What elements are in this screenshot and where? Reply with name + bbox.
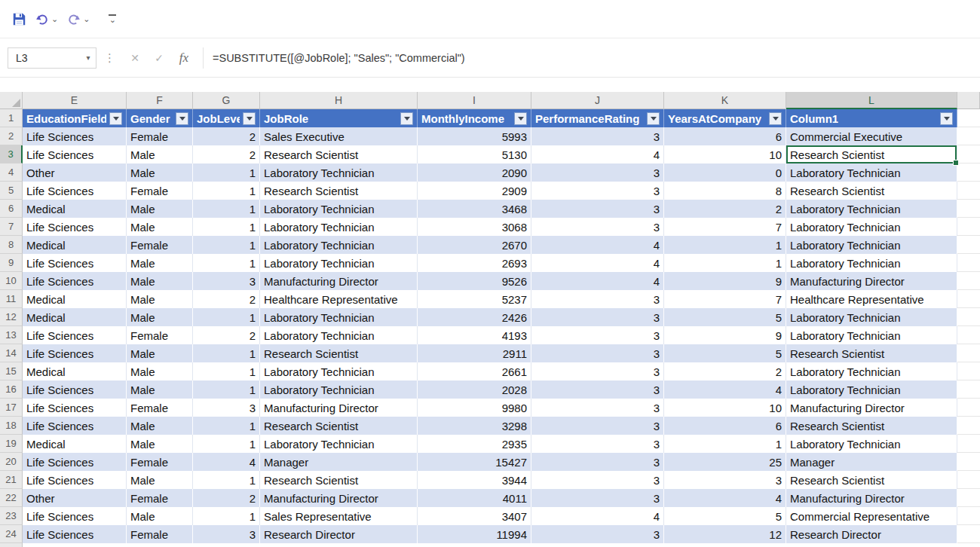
cell-I3[interactable]: 5130 bbox=[418, 145, 531, 163]
cell-L6[interactable]: Laboratory Technician bbox=[786, 200, 957, 218]
cell-F2[interactable]: Female bbox=[127, 127, 193, 145]
cell-J14[interactable]: 3 bbox=[531, 344, 664, 362]
cell-J12[interactable]: 3 bbox=[531, 308, 664, 326]
cell-I12[interactable]: 2426 bbox=[418, 308, 531, 326]
cell-K13[interactable]: 9 bbox=[664, 326, 786, 344]
enter-icon[interactable]: ✓ bbox=[147, 52, 171, 64]
cell-M17[interactable] bbox=[957, 399, 980, 417]
cell-M3[interactable] bbox=[957, 145, 980, 163]
cell-I4[interactable]: 2090 bbox=[418, 163, 531, 182]
row-header-4[interactable]: 4 bbox=[0, 163, 23, 182]
cell-M6[interactable] bbox=[957, 200, 980, 218]
cell-E14[interactable]: Life Sciences bbox=[23, 344, 127, 362]
filter-button-Gender[interactable] bbox=[176, 112, 188, 125]
cell-L5[interactable]: Research Scientist bbox=[786, 182, 957, 200]
cell-J18[interactable]: 3 bbox=[531, 417, 664, 435]
cell-J20[interactable]: 3 bbox=[531, 453, 664, 471]
cell-K5[interactable]: 8 bbox=[664, 182, 786, 200]
column-header-J[interactable]: J bbox=[531, 92, 664, 109]
cell-F24[interactable]: Female bbox=[127, 525, 193, 543]
cell-E3[interactable]: Life Sciences bbox=[23, 145, 127, 163]
cell-J23[interactable]: 4 bbox=[531, 507, 664, 525]
cell-M10[interactable] bbox=[957, 272, 980, 290]
cell-I17[interactable]: 9980 bbox=[418, 399, 531, 417]
table-header-MonthlyIncome[interactable]: MonthlyIncome bbox=[418, 109, 531, 127]
cell-G14[interactable]: 1 bbox=[193, 344, 260, 362]
table-header-JobLevel[interactable]: JobLevel bbox=[193, 109, 260, 127]
row-header-1[interactable]: 1 bbox=[0, 109, 23, 127]
cell-H9[interactable]: Laboratory Technician bbox=[260, 254, 418, 272]
cell-F3[interactable]: Male bbox=[127, 145, 193, 163]
cell-J24[interactable]: 3 bbox=[531, 525, 664, 543]
cell-G13[interactable]: 2 bbox=[193, 326, 260, 344]
row-header-10[interactable]: 10 bbox=[0, 272, 23, 290]
cell-J16[interactable]: 3 bbox=[531, 380, 664, 399]
column-header-partial[interactable] bbox=[957, 92, 980, 109]
cell-L4[interactable]: Laboratory Technician bbox=[786, 163, 957, 182]
cell-E4[interactable]: Other bbox=[23, 163, 127, 182]
cell-I18[interactable]: 3298 bbox=[418, 417, 531, 435]
cell-L16[interactable]: Laboratory Technician bbox=[786, 380, 957, 399]
cell-F15[interactable]: Male bbox=[127, 362, 193, 380]
cell-E19[interactable]: Medical bbox=[23, 435, 127, 453]
cell-M19[interactable] bbox=[957, 435, 980, 453]
table-header-Gender[interactable]: Gender bbox=[127, 109, 193, 127]
cell-J7[interactable]: 3 bbox=[531, 218, 664, 236]
cell-G9[interactable]: 1 bbox=[193, 254, 260, 272]
row-header-9[interactable]: 9 bbox=[0, 254, 23, 272]
cell-I21[interactable]: 3944 bbox=[418, 471, 531, 489]
cell-L18[interactable]: Research Scientist bbox=[786, 417, 957, 435]
cell-K17[interactable]: 10 bbox=[664, 399, 786, 417]
cell-K15[interactable]: 2 bbox=[664, 362, 786, 380]
cell-F7[interactable]: Male bbox=[127, 218, 193, 236]
filter-button-Column1[interactable] bbox=[940, 112, 953, 125]
cell-J5[interactable]: 3 bbox=[531, 182, 664, 200]
cell-J15[interactable]: 3 bbox=[531, 362, 664, 380]
cell-H5[interactable]: Research Scientist bbox=[260, 182, 418, 200]
cell-E12[interactable]: Medical bbox=[23, 308, 127, 326]
filter-button-PerformanceRating[interactable] bbox=[647, 112, 660, 125]
cell-G12[interactable]: 1 bbox=[193, 308, 260, 326]
cell-H3[interactable]: Research Scientist bbox=[260, 145, 418, 163]
cell-E13[interactable]: Life Sciences bbox=[23, 326, 127, 344]
cell-E23[interactable]: Life Sciences bbox=[23, 507, 127, 525]
cell-L19[interactable]: Laboratory Technician bbox=[786, 435, 957, 453]
insert-function-button[interactable]: fx bbox=[171, 50, 197, 66]
filter-button-JobLevel[interactable] bbox=[243, 112, 256, 125]
cell-L21[interactable]: Research Scientist bbox=[786, 471, 957, 489]
cell-F10[interactable]: Male bbox=[127, 272, 193, 290]
cell-G11[interactable]: 2 bbox=[193, 290, 260, 308]
cell-E15[interactable]: Medical bbox=[23, 362, 127, 380]
cell-F17[interactable]: Female bbox=[127, 399, 193, 417]
save-button[interactable] bbox=[8, 9, 31, 29]
cell-K16[interactable]: 4 bbox=[664, 380, 786, 399]
cell-J22[interactable]: 3 bbox=[531, 489, 664, 507]
column-header-I[interactable]: I bbox=[418, 92, 531, 109]
cell-L24[interactable]: Research Director bbox=[786, 525, 957, 543]
cell-E10[interactable]: Life Sciences bbox=[23, 272, 127, 290]
cell-J13[interactable]: 3 bbox=[531, 326, 664, 344]
cell-M23[interactable] bbox=[957, 507, 980, 525]
cell-I8[interactable]: 2670 bbox=[418, 236, 531, 254]
cell-L13[interactable]: Laboratory Technician bbox=[786, 326, 957, 344]
cell-H13[interactable]: Laboratory Technician bbox=[260, 326, 418, 344]
cell-F14[interactable]: Male bbox=[127, 344, 193, 362]
filter-button-JobRole[interactable] bbox=[400, 112, 413, 125]
cell-L22[interactable]: Manufacturing Director bbox=[786, 489, 957, 507]
cell-K8[interactable]: 1 bbox=[664, 236, 786, 254]
cell-I5[interactable]: 2909 bbox=[418, 182, 531, 200]
row-header-22[interactable]: 22 bbox=[0, 489, 23, 507]
row-header-19[interactable]: 19 bbox=[0, 435, 23, 453]
cell-M20[interactable] bbox=[957, 453, 980, 471]
cell-E17[interactable]: Life Sciences bbox=[23, 399, 127, 417]
table-header-EducationField[interactable]: EducationField bbox=[23, 109, 127, 127]
cell-M7[interactable] bbox=[957, 218, 980, 236]
cell-J9[interactable]: 4 bbox=[531, 254, 664, 272]
cell-L9[interactable]: Laboratory Technician bbox=[786, 254, 957, 272]
cell-H7[interactable]: Laboratory Technician bbox=[260, 218, 418, 236]
cell-J17[interactable]: 3 bbox=[531, 399, 664, 417]
cell-F13[interactable]: Female bbox=[127, 326, 193, 344]
cell-J19[interactable]: 3 bbox=[531, 435, 664, 453]
undo-button[interactable]: ⌄ bbox=[31, 10, 63, 29]
cell-J10[interactable]: 4 bbox=[531, 272, 664, 290]
